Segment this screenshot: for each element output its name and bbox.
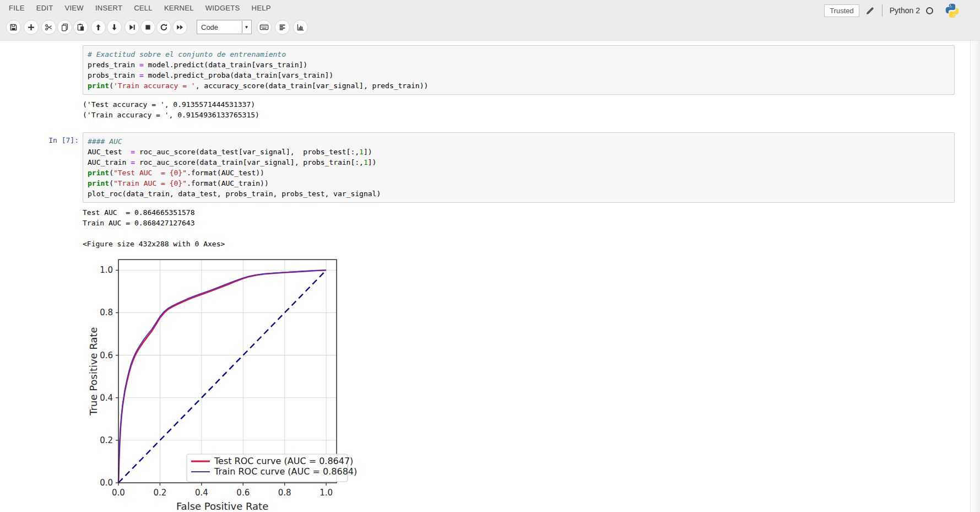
run-all-icon [176,23,184,31]
code-cell: # Exactitud sobre el conjunto de entrena… [0,45,955,95]
restart-icon [160,23,168,31]
output-text: <Figure size 432x288 with 0 Axes> [83,239,225,249]
svg-text:True Positive Rate: True Positive Rate [88,327,99,416]
copy-button[interactable] [57,20,72,35]
paste-button[interactable] [73,20,88,35]
toolbar-extra-buttons [257,20,308,35]
output-figure: 0.00.20.40.60.81.00.00.20.40.60.81.0Fals… [0,250,955,512]
svg-text:0.8: 0.8 [100,308,113,317]
svg-text:0.2: 0.2 [100,435,113,445]
chevron-down-icon: ▼ [242,21,251,33]
menu-edit[interactable]: EDIT [36,4,53,12]
output-prompt [0,99,83,120]
pencil-icon[interactable] [865,6,875,15]
output-prompt [0,250,83,512]
code-input-area[interactable]: #### AUC AUC_test = roc_auc_score(data_t… [83,132,955,203]
keyboard-icon [259,23,269,32]
bar-chart-button[interactable] [293,20,308,35]
menu-file[interactable]: FILE [9,4,25,12]
toolbar-group [6,20,21,35]
toolbar: Code ▼ [0,15,980,39]
save-icon [9,23,18,31]
cell-type-value: Code [201,23,218,31]
cell-type-select[interactable]: Code ▼ [197,20,252,34]
svg-text:0.6: 0.6 [100,351,113,360]
svg-text:0.6: 0.6 [236,488,250,498]
menu-insert[interactable]: INSERT [95,4,122,12]
svg-text:0.4: 0.4 [195,488,208,498]
stop-button[interactable] [140,20,155,35]
move-down-button[interactable] [107,20,122,35]
stack-button[interactable] [275,20,290,35]
run-all-button[interactable] [172,20,187,35]
output-prompt [0,239,83,249]
copy-icon [61,23,69,31]
stop-icon [144,23,152,31]
cut-icon [45,23,53,31]
restart-button[interactable] [156,20,171,35]
notebook-container: # Exactitud sobre el conjunto de entrena… [0,45,980,512]
run-button[interactable] [124,20,139,35]
menu-help[interactable]: HELP [251,4,270,12]
menu-view[interactable]: VIEW [64,4,83,12]
cut-button[interactable] [41,20,56,35]
header-divider [882,4,882,17]
output-area: Test AUC = 0.864665351578 Train AUC = 0.… [0,207,955,228]
svg-text:0.8: 0.8 [278,488,291,498]
move-up-icon [94,23,102,31]
insert-below-button[interactable] [24,20,39,35]
menu-cell[interactable]: CELL [134,4,153,12]
menu-kernel[interactable]: KERNEL [164,4,194,12]
svg-text:Test ROC curve (AUC = 0.8647): Test ROC curve (AUC = 0.8647) [214,456,353,466]
svg-text:0.2: 0.2 [153,488,166,498]
insert-below-icon [27,23,35,31]
kernel-name: Python 2 [890,6,920,15]
save-button[interactable] [6,20,21,35]
output-text: ('Test accuracy = ', 0.9135571444531337)… [83,99,259,120]
python-logo [944,3,960,19]
output-area: <Figure size 432x288 with 0 Axes> [0,239,955,249]
input-prompt [0,45,83,95]
svg-text:0.4: 0.4 [100,393,113,403]
paste-icon [77,23,85,31]
toolbar-group [124,20,187,35]
svg-text:1.0: 1.0 [100,265,113,275]
move-down-icon [110,23,118,31]
vertical-scrollbar[interactable] [970,41,980,512]
kernel-idle-indicator [926,7,933,14]
header-right: Trusted Python 2 [824,3,960,18]
svg-text:0.0: 0.0 [112,488,125,498]
notebook-header: FILEEDITVIEWINSERTCELLKERNELWIDGETSHELP … [0,0,980,41]
input-prompt: In [7]: [0,132,83,203]
svg-text:1.0: 1.0 [320,488,333,498]
svg-text:False Positive Rate: False Positive Rate [176,500,268,512]
keyboard-button[interactable] [257,20,272,35]
menu-widgets[interactable]: WIDGETS [205,4,240,12]
output-area: ('Test accuracy = ', 0.9135571444531337)… [0,99,955,120]
code-text: # Exactitud sobre el conjunto de entrena… [88,49,950,91]
bar-chart-icon [296,23,305,31]
stack-icon [278,23,286,31]
svg-text:0.0: 0.0 [100,478,113,488]
trusted-badge[interactable]: Trusted [824,4,859,17]
toolbar-group [41,20,88,35]
run-icon [128,23,136,31]
output-prompt [0,207,83,228]
toolbar-groups [6,20,190,35]
toolbar-group [91,20,122,35]
code-cell: In [7]:#### AUC AUC_test = roc_auc_score… [0,132,955,203]
code-text: #### AUC AUC_test = roc_auc_score(data_t… [88,136,950,199]
output-text: Test AUC = 0.864665351578 Train AUC = 0.… [83,207,195,228]
move-up-button[interactable] [91,20,106,35]
code-input-area[interactable]: # Exactitud sobre el conjunto de entrena… [83,45,955,95]
svg-text:Train ROC curve (AUC = 0.8684): Train ROC curve (AUC = 0.8684) [214,466,357,477]
roc-curve-chart: 0.00.20.40.60.81.00.00.20.40.60.81.0Fals… [83,250,394,512]
toolbar-group [24,20,39,35]
